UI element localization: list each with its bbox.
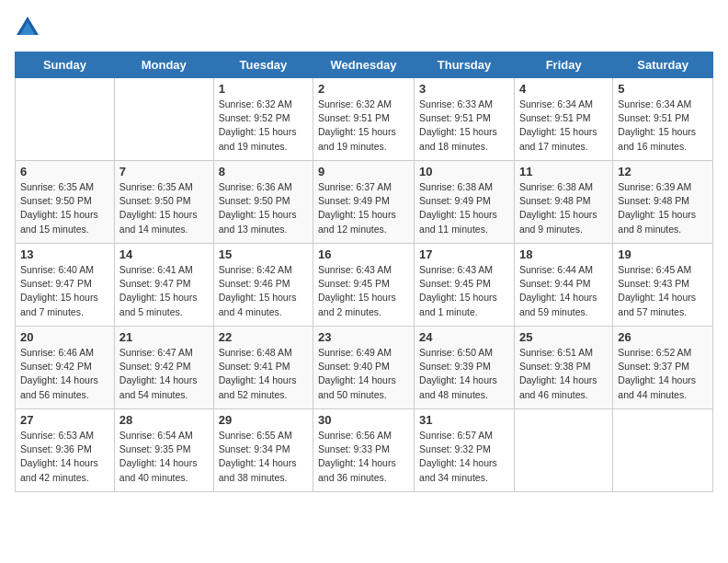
day-info: Sunrise: 6:43 AM Sunset: 9:45 PM Dayligh…: [318, 263, 409, 319]
day-number: 29: [219, 413, 308, 427]
calendar-week-1: 1Sunrise: 6:32 AM Sunset: 9:52 PM Daylig…: [16, 78, 713, 161]
day-number: 12: [618, 165, 708, 178]
calendar-week-4: 20Sunrise: 6:46 AM Sunset: 9:42 PM Dayli…: [16, 327, 713, 409]
day-info: Sunrise: 6:38 AM Sunset: 9:49 PM Dayligh…: [419, 180, 509, 236]
day-number: 17: [419, 247, 509, 261]
calendar-cell: 29Sunrise: 6:55 AM Sunset: 9:34 PM Dayli…: [213, 409, 313, 492]
calendar-cell: 14Sunrise: 6:41 AM Sunset: 9:47 PM Dayli…: [114, 244, 213, 327]
calendar-cell: 19Sunrise: 6:45 AM Sunset: 9:43 PM Dayli…: [613, 244, 713, 327]
weekday-header-tuesday: Tuesday: [213, 52, 313, 78]
day-number: 15: [219, 247, 308, 261]
calendar-cell: 23Sunrise: 6:49 AM Sunset: 9:40 PM Dayli…: [313, 327, 415, 409]
calendar-cell: 8Sunrise: 6:36 AM Sunset: 9:50 PM Daylig…: [213, 161, 313, 244]
day-number: 14: [119, 247, 209, 261]
calendar-cell: [16, 78, 115, 161]
day-number: 7: [119, 165, 209, 178]
calendar-cell: 9Sunrise: 6:37 AM Sunset: 9:49 PM Daylig…: [313, 161, 415, 244]
day-info: Sunrise: 6:35 AM Sunset: 9:50 PM Dayligh…: [119, 180, 209, 236]
weekday-header-friday: Friday: [514, 52, 612, 78]
day-info: Sunrise: 6:57 AM Sunset: 9:32 PM Dayligh…: [419, 429, 509, 485]
calendar-cell: 24Sunrise: 6:50 AM Sunset: 9:39 PM Dayli…: [415, 327, 515, 409]
day-number: 11: [519, 165, 608, 178]
calendar-cell: 5Sunrise: 6:34 AM Sunset: 9:51 PM Daylig…: [613, 78, 713, 161]
day-info: Sunrise: 6:34 AM Sunset: 9:51 PM Dayligh…: [618, 98, 708, 154]
day-info: Sunrise: 6:33 AM Sunset: 9:51 PM Dayligh…: [419, 98, 509, 154]
day-number: 13: [20, 247, 109, 261]
day-number: 8: [219, 165, 308, 178]
calendar-cell: 12Sunrise: 6:39 AM Sunset: 9:48 PM Dayli…: [613, 161, 713, 244]
calendar-cell: 4Sunrise: 6:34 AM Sunset: 9:51 PM Daylig…: [514, 78, 612, 161]
day-number: 1: [219, 82, 308, 96]
day-info: Sunrise: 6:49 AM Sunset: 9:40 PM Dayligh…: [318, 346, 409, 402]
day-number: 21: [119, 330, 209, 344]
day-number: 30: [318, 413, 409, 427]
day-number: 27: [20, 413, 109, 427]
calendar-cell: 7Sunrise: 6:35 AM Sunset: 9:50 PM Daylig…: [114, 161, 213, 244]
calendar-cell: 1Sunrise: 6:32 AM Sunset: 9:52 PM Daylig…: [213, 78, 313, 161]
calendar-cell: 18Sunrise: 6:44 AM Sunset: 9:44 PM Dayli…: [514, 244, 612, 327]
day-info: Sunrise: 6:35 AM Sunset: 9:50 PM Dayligh…: [20, 180, 109, 236]
day-info: Sunrise: 6:40 AM Sunset: 9:47 PM Dayligh…: [20, 263, 109, 319]
calendar-cell: 6Sunrise: 6:35 AM Sunset: 9:50 PM Daylig…: [16, 161, 115, 244]
weekday-header-saturday: Saturday: [613, 52, 713, 78]
calendar-cell: 25Sunrise: 6:51 AM Sunset: 9:38 PM Dayli…: [514, 327, 612, 409]
day-info: Sunrise: 6:41 AM Sunset: 9:47 PM Dayligh…: [119, 263, 209, 319]
calendar-table: SundayMondayTuesdayWednesdayThursdayFrid…: [15, 52, 713, 492]
day-info: Sunrise: 6:39 AM Sunset: 9:48 PM Dayligh…: [618, 180, 708, 236]
day-number: 19: [618, 247, 708, 261]
day-number: 22: [219, 330, 308, 344]
day-info: Sunrise: 6:54 AM Sunset: 9:35 PM Dayligh…: [119, 429, 209, 485]
day-info: Sunrise: 6:53 AM Sunset: 9:36 PM Dayligh…: [20, 429, 109, 485]
weekday-header-monday: Monday: [114, 52, 213, 78]
calendar-week-3: 13Sunrise: 6:40 AM Sunset: 9:47 PM Dayli…: [16, 244, 713, 327]
day-number: 23: [318, 330, 409, 344]
day-number: 3: [419, 82, 509, 96]
calendar-cell: 16Sunrise: 6:43 AM Sunset: 9:45 PM Dayli…: [313, 244, 415, 327]
day-info: Sunrise: 6:32 AM Sunset: 9:51 PM Dayligh…: [318, 98, 409, 154]
calendar-cell: 26Sunrise: 6:52 AM Sunset: 9:37 PM Dayli…: [613, 327, 713, 409]
day-info: Sunrise: 6:37 AM Sunset: 9:49 PM Dayligh…: [318, 180, 409, 236]
day-number: 18: [519, 247, 608, 261]
page-header: [15, 15, 713, 40]
calendar-week-2: 6Sunrise: 6:35 AM Sunset: 9:50 PM Daylig…: [16, 161, 713, 244]
calendar-cell: 30Sunrise: 6:56 AM Sunset: 9:33 PM Dayli…: [313, 409, 415, 492]
calendar-cell: 21Sunrise: 6:47 AM Sunset: 9:42 PM Dayli…: [114, 327, 213, 409]
day-info: Sunrise: 6:42 AM Sunset: 9:46 PM Dayligh…: [219, 263, 308, 319]
day-info: Sunrise: 6:46 AM Sunset: 9:42 PM Dayligh…: [20, 346, 109, 402]
day-number: 5: [618, 82, 708, 96]
weekday-header-sunday: Sunday: [16, 52, 115, 78]
day-info: Sunrise: 6:47 AM Sunset: 9:42 PM Dayligh…: [119, 346, 209, 402]
calendar-cell: 2Sunrise: 6:32 AM Sunset: 9:51 PM Daylig…: [313, 78, 415, 161]
calendar-cell: [114, 78, 213, 161]
calendar-cell: 13Sunrise: 6:40 AM Sunset: 9:47 PM Dayli…: [16, 244, 115, 327]
logo-icon: [15, 15, 40, 40]
day-number: 20: [20, 330, 109, 344]
day-info: Sunrise: 6:38 AM Sunset: 9:48 PM Dayligh…: [519, 180, 608, 236]
day-number: 25: [519, 330, 608, 344]
day-number: 31: [419, 413, 509, 427]
day-info: Sunrise: 6:52 AM Sunset: 9:37 PM Dayligh…: [618, 346, 708, 402]
day-info: Sunrise: 6:34 AM Sunset: 9:51 PM Dayligh…: [519, 98, 608, 154]
calendar-header-row: SundayMondayTuesdayWednesdayThursdayFrid…: [16, 52, 713, 78]
day-info: Sunrise: 6:43 AM Sunset: 9:45 PM Dayligh…: [419, 263, 509, 319]
calendar-cell: 22Sunrise: 6:48 AM Sunset: 9:41 PM Dayli…: [213, 327, 313, 409]
day-number: 24: [419, 330, 509, 344]
calendar-cell: [613, 409, 713, 492]
day-info: Sunrise: 6:48 AM Sunset: 9:41 PM Dayligh…: [219, 346, 308, 402]
day-info: Sunrise: 6:56 AM Sunset: 9:33 PM Dayligh…: [318, 429, 409, 485]
day-number: 26: [618, 330, 708, 344]
calendar-cell: 10Sunrise: 6:38 AM Sunset: 9:49 PM Dayli…: [415, 161, 515, 244]
calendar-cell: 27Sunrise: 6:53 AM Sunset: 9:36 PM Dayli…: [16, 409, 115, 492]
day-number: 16: [318, 247, 409, 261]
day-number: 10: [419, 165, 509, 178]
day-info: Sunrise: 6:55 AM Sunset: 9:34 PM Dayligh…: [219, 429, 308, 485]
day-number: 9: [318, 165, 409, 178]
day-info: Sunrise: 6:45 AM Sunset: 9:43 PM Dayligh…: [618, 263, 708, 319]
calendar-cell: 15Sunrise: 6:42 AM Sunset: 9:46 PM Dayli…: [213, 244, 313, 327]
day-info: Sunrise: 6:36 AM Sunset: 9:50 PM Dayligh…: [219, 180, 308, 236]
calendar-cell: 17Sunrise: 6:43 AM Sunset: 9:45 PM Dayli…: [415, 244, 515, 327]
weekday-header-wednesday: Wednesday: [313, 52, 415, 78]
calendar-cell: 3Sunrise: 6:33 AM Sunset: 9:51 PM Daylig…: [415, 78, 515, 161]
calendar-cell: 28Sunrise: 6:54 AM Sunset: 9:35 PM Dayli…: [114, 409, 213, 492]
day-number: 2: [318, 82, 409, 96]
